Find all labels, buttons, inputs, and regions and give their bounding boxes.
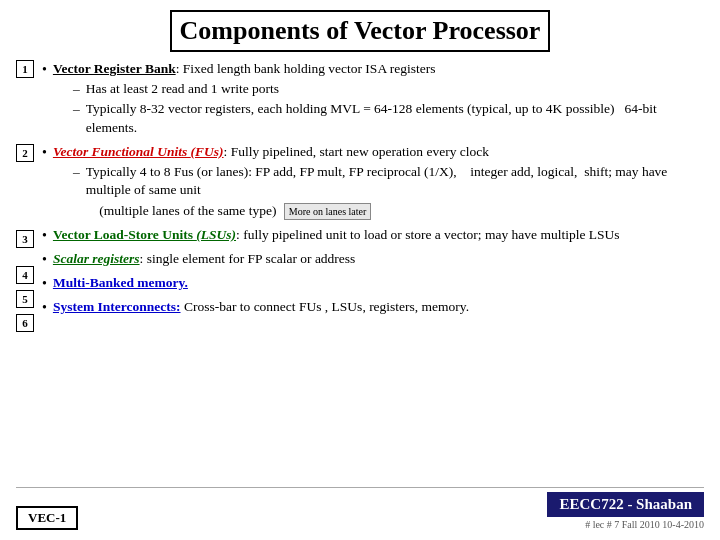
- num-box-6: 6: [16, 314, 34, 332]
- slide-title: Components of Vector Processor: [180, 16, 541, 45]
- section-2-sub-2-text: (multiple lanes of the same type) More o…: [99, 202, 371, 221]
- section-1: • Vector Register Bank: Fixed length ban…: [42, 60, 704, 139]
- number-column: 1 2 3 4 5 6: [16, 60, 38, 481]
- section-1-sub-2-text: Typically 8-32 vector registers, each ho…: [86, 100, 704, 136]
- title-container: Components of Vector Processor: [170, 10, 551, 52]
- num-box-2: 2: [16, 144, 34, 162]
- dash-icon: –: [73, 80, 80, 98]
- footer-sub: # lec # 7 Fall 2010 10-4-2010: [585, 519, 704, 530]
- section-5-content: Multi-Banked memory.: [53, 274, 704, 292]
- bullet-3-icon: •: [42, 227, 47, 246]
- section-3-content: Vector Load-Store Units (LSUs): fully pi…: [53, 226, 704, 244]
- bullet-2-icon: •: [42, 144, 47, 163]
- section-1-content: Vector Register Bank: Fixed length bank …: [53, 60, 704, 139]
- section-3: • Vector Load-Store Units (LSUs): fully …: [42, 226, 704, 246]
- section-4-content: Scalar registers: single element for FP …: [53, 250, 704, 268]
- dash-icon-4: [73, 202, 93, 220]
- section-6: • System Interconnects: Cross-bar to con…: [42, 298, 704, 318]
- section-1-subs: – Has at least 2 read and 1 write ports …: [73, 80, 704, 137]
- vec-label: VEC-1: [16, 506, 78, 530]
- section-1-sub-1-text: Has at least 2 read and 1 write ports: [86, 80, 279, 98]
- section-5-bullet: • Multi-Banked memory.: [42, 274, 704, 294]
- section-2-content: Vector Functional Units (FUs): Fully pip…: [53, 143, 704, 222]
- section-2-term: Vector Functional Units (FUs): [53, 144, 224, 159]
- dash-icon-2: –: [73, 100, 80, 118]
- section-2-bullet: • Vector Functional Units (FUs): Fully p…: [42, 143, 704, 222]
- footer-right: EECC722 - Shaaban # lec # 7 Fall 2010 10…: [547, 492, 704, 530]
- bullet-4-icon: •: [42, 251, 47, 270]
- bullet-1-icon: •: [42, 61, 47, 80]
- main-content: • Vector Register Bank: Fixed length ban…: [42, 60, 704, 481]
- content-area: 1 2 3 4 5 6 • Vector Register Bank: Fixe…: [16, 60, 704, 481]
- section-1-term: Vector Register Bank: [53, 61, 176, 76]
- section-6-term: System Interconnects:: [53, 299, 181, 314]
- section-1-sub-2: – Typically 8-32 vector registers, each …: [73, 100, 704, 136]
- course-label: EECC722 - Shaaban: [547, 492, 704, 517]
- section-1-bullet: • Vector Register Bank: Fixed length ban…: [42, 60, 704, 139]
- bullet-6-icon: •: [42, 299, 47, 318]
- section-2-desc: : Fully pipelined, start new operation e…: [224, 144, 489, 159]
- section-2-sub-1-text: Typically 4 to 8 Fus (or lanes): FP add,…: [86, 163, 704, 199]
- footer: VEC-1 EECC722 - Shaaban # lec # 7 Fall 2…: [16, 487, 704, 530]
- section-4-term: Scalar registers: [53, 251, 140, 266]
- section-2-subs: – Typically 4 to 8 Fus (or lanes): FP ad…: [73, 163, 704, 220]
- section-6-bullet: • System Interconnects: Cross-bar to con…: [42, 298, 704, 318]
- section-3-bullet: • Vector Load-Store Units (LSUs): fully …: [42, 226, 704, 246]
- section-6-content: System Interconnects: Cross-bar to conne…: [53, 298, 704, 316]
- section-4: • Scalar registers: single element for F…: [42, 250, 704, 270]
- num-box-1: 1: [16, 60, 34, 78]
- section-2-sub-2: (multiple lanes of the same type) More o…: [73, 202, 704, 221]
- more-on-lanes-badge[interactable]: More on lanes later: [284, 203, 371, 221]
- section-5: • Multi-Banked memory.: [42, 274, 704, 294]
- slide: Components of Vector Processor 1 2 3 4 5…: [0, 0, 720, 540]
- num-box-5: 5: [16, 290, 34, 308]
- section-3-desc: : fully pipelined unit to load or store …: [236, 227, 620, 242]
- dash-icon-3: –: [73, 163, 80, 181]
- num-box-3: 3: [16, 230, 34, 248]
- section-2-sub-1: – Typically 4 to 8 Fus (or lanes): FP ad…: [73, 163, 704, 199]
- section-3-term: Vector Load-Store Units (LSUs): [53, 227, 236, 242]
- section-1-sub-1: – Has at least 2 read and 1 write ports: [73, 80, 704, 98]
- bullet-5-icon: •: [42, 275, 47, 294]
- num-box-4: 4: [16, 266, 34, 284]
- section-2: • Vector Functional Units (FUs): Fully p…: [42, 143, 704, 222]
- section-5-term: Multi-Banked memory.: [53, 275, 188, 290]
- section-4-bullet: • Scalar registers: single element for F…: [42, 250, 704, 270]
- section-4-desc: : single element for FP scalar or addres…: [140, 251, 356, 266]
- section-6-desc: Cross-bar to connect FUs , LSUs, registe…: [181, 299, 470, 314]
- section-1-desc: : Fixed length bank holding vector ISA r…: [176, 61, 436, 76]
